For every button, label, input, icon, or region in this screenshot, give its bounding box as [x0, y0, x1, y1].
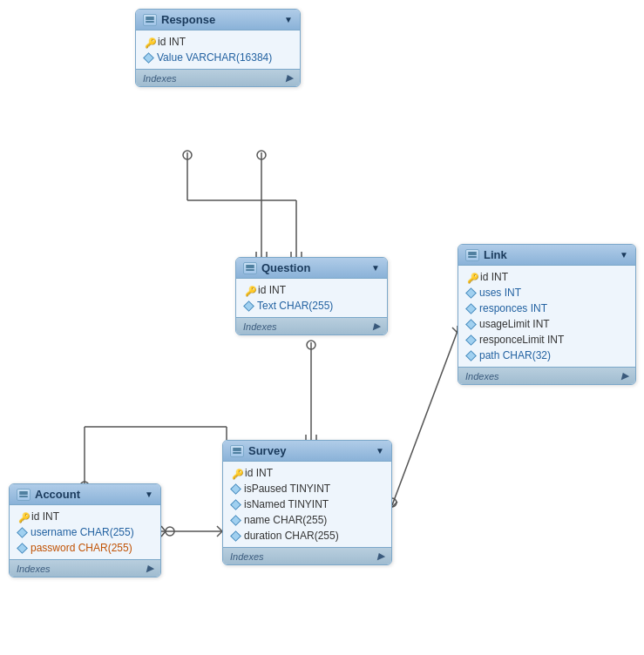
question-field-text: Text CHAR(255) [236, 298, 387, 314]
question-footer[interactable]: Indexes ▶ [236, 317, 387, 334]
svg-point-3 [183, 151, 192, 159]
response-body: 🔑 id INT Value VARCHAR(16384) [136, 30, 300, 69]
svg-line-19 [161, 531, 166, 537]
account-username-text: username CHAR(255) [31, 526, 134, 538]
fk-diamond-icon [243, 300, 254, 312]
link-body: 🔑 id INT uses INT responces INT usageLim… [458, 266, 635, 367]
link-table[interactable]: Link ▼ 🔑 id INT uses INT responces INT u… [458, 244, 636, 385]
fk-diamond-icon [143, 52, 154, 64]
fk-diamond-icon [465, 287, 477, 299]
account-field-id: 🔑 id INT [10, 509, 160, 524]
svg-line-18 [161, 526, 166, 531]
svg-point-7 [257, 151, 266, 159]
pk-icon: 🔑 [245, 286, 254, 294]
survey-body: 🔑 id INT isPaused TINYINT isNamed TINYIN… [223, 462, 391, 547]
fk-diamond-icon [17, 527, 28, 538]
link-footer[interactable]: Indexes ▶ [458, 367, 635, 384]
account-table[interactable]: Account ▼ 🔑 id INT username CHAR(255) pa… [9, 483, 161, 577]
question-footer-arrow: ▶ [373, 321, 380, 332]
link-indexes-label: Indexes [465, 371, 499, 382]
response-footer-arrow: ▶ [286, 72, 293, 84]
question-id-text: id INT [258, 284, 286, 296]
response-indexes-label: Indexes [143, 73, 177, 84]
fk-diamond-icon [465, 334, 477, 346]
question-header: Question ▼ [236, 258, 387, 279]
fk-diamond-icon [465, 303, 477, 314]
account-body: 🔑 id INT username CHAR(255) password CHA… [10, 505, 160, 559]
account-dropdown-icon[interactable]: ▼ [145, 490, 153, 499]
pk-icon: 🔑 [232, 469, 241, 477]
link-title: Link [484, 248, 507, 261]
account-header: Account ▼ [10, 484, 160, 505]
response-table[interactable]: Response ▼ 🔑 id INT Value VARCHAR(16384)… [135, 9, 301, 87]
survey-field-isnamed: isNamed TINYINT [223, 496, 391, 512]
account-field-password: password CHAR(255) [10, 540, 160, 556]
fk-diamond-icon [230, 530, 241, 542]
fk-diamond-icon [465, 350, 477, 361]
link-header: Link ▼ [458, 245, 635, 266]
account-indexes-label: Indexes [17, 564, 51, 574]
fk-diamond-icon [230, 499, 241, 510]
survey-isnamed-text: isNamed TINYINT [244, 498, 329, 510]
response-field-value: Value VARCHAR(16384) [136, 50, 300, 65]
account-field-username: username CHAR(255) [10, 524, 160, 540]
svg-line-28 [392, 502, 397, 507]
svg-point-17 [166, 527, 174, 536]
link-field-responces: responces INT [458, 300, 635, 316]
survey-footer[interactable]: Indexes ▶ [223, 547, 391, 564]
link-field-usagelimit: usageLimit INT [458, 316, 635, 332]
question-dropdown-icon[interactable]: ▼ [371, 263, 380, 273]
survey-footer-arrow: ▶ [377, 550, 384, 562]
survey-field-id: 🔑 id INT [223, 465, 391, 481]
pk-icon: 🔑 [467, 273, 476, 281]
survey-table[interactable]: Survey ▼ 🔑 id INT isPaused TINYINT isNam… [222, 440, 392, 565]
question-text-text: Text CHAR(255) [257, 300, 333, 312]
question-field-id: 🔑 id INT [236, 282, 387, 298]
response-field-id: 🔑 id INT [136, 34, 300, 50]
account-id-text: id INT [31, 510, 59, 523]
pk-icon: 🔑 [145, 37, 153, 46]
fk-diamond-icon [230, 515, 241, 526]
link-uses-text: uses INT [479, 287, 521, 299]
account-footer[interactable]: Indexes ▶ [10, 559, 160, 577]
question-indexes-label: Indexes [243, 321, 277, 332]
table-icon [243, 262, 257, 274]
account-title: Account [35, 488, 80, 501]
link-responces-text: responces INT [479, 302, 547, 314]
diagram-container: Response ▼ 🔑 id INT Value VARCHAR(16384)… [0, 0, 644, 655]
fk-diamond-icon [465, 319, 477, 330]
account-password-text: password CHAR(255) [31, 542, 132, 554]
link-field-uses: uses INT [458, 285, 635, 300]
link-footer-arrow: ▶ [621, 370, 628, 382]
question-table[interactable]: Question ▼ 🔑 id INT Text CHAR(255) Index… [235, 257, 388, 335]
link-field-responcelimit: responceLimit INT [458, 332, 635, 348]
fk-diamond-icon [230, 483, 241, 495]
survey-field-name: name CHAR(255) [223, 512, 391, 528]
survey-indexes-label: Indexes [230, 551, 264, 562]
table-icon [143, 14, 157, 26]
survey-field-ispaused: isPaused TINYINT [223, 481, 391, 496]
table-icon [230, 445, 244, 457]
survey-dropdown-icon[interactable]: ▼ [376, 446, 384, 456]
link-usagelimit-text: usageLimit INT [479, 318, 550, 330]
fk-diamond-icon [17, 543, 28, 554]
link-responcelimit-text: responceLimit INT [479, 334, 564, 346]
survey-duration-text: duration CHAR(255) [244, 530, 339, 542]
survey-header: Survey ▼ [223, 441, 391, 462]
svg-line-24 [392, 331, 458, 505]
survey-field-duration: duration CHAR(255) [223, 528, 391, 544]
survey-title: Survey [248, 444, 286, 457]
survey-id-text: id INT [245, 467, 273, 479]
question-title: Question [261, 261, 310, 274]
survey-ispaused-text: isPaused TINYINT [244, 483, 330, 495]
response-dropdown-icon[interactable]: ▼ [284, 15, 293, 24]
link-dropdown-icon[interactable]: ▼ [620, 250, 628, 260]
link-path-text: path CHAR(32) [479, 349, 551, 361]
question-body: 🔑 id INT Text CHAR(255) [236, 279, 387, 317]
pk-icon: 🔑 [18, 512, 27, 521]
table-icon [465, 249, 479, 261]
table-icon [17, 489, 31, 501]
survey-name-text: name CHAR(255) [244, 514, 327, 526]
account-footer-arrow: ▶ [146, 563, 153, 574]
response-footer[interactable]: Indexes ▶ [136, 69, 300, 86]
